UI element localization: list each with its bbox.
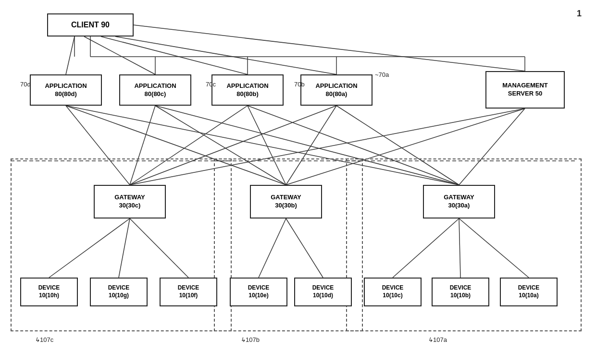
svg-line-2 [101, 36, 248, 74]
zone-107b-label: ↳107b [240, 336, 260, 343]
management-server-box: MANAGEMENTSERVER 50 [485, 71, 565, 109]
device-10f-box: DEVICE10(10f) [160, 278, 217, 306]
svg-line-0 [66, 36, 74, 74]
device-10h-label: DEVICE10(10h) [38, 284, 60, 299]
app-80c-box: APPLICATION80(80c) [119, 74, 191, 106]
app-80b-label: APPLICATION80(80b) [226, 82, 268, 98]
svg-line-1 [84, 36, 155, 74]
app-80b-box: APPLICATION80(80b) [211, 74, 284, 106]
ref-70c: 70c [206, 81, 216, 88]
ref-70d: 70d [20, 81, 31, 88]
svg-line-3 [115, 36, 336, 74]
device-10b-box: DEVICE10(10b) [432, 278, 489, 306]
device-10c-box: DEVICE10(10c) [364, 278, 422, 306]
device-10d-box: DEVICE10(10d) [294, 278, 352, 306]
diagram: 1 CLIENT 90 APPLICATION80(80d) 70d APPLI… [0, 0, 596, 364]
device-10h-box: DEVICE10(10h) [20, 278, 78, 306]
gateway-30b-label: GATEWAY30(30b) [271, 194, 301, 210]
device-10a-label: DEVICE10(10a) [518, 284, 540, 299]
gateway-30c-box: GATEWAY30(30c) [94, 185, 166, 218]
gateway-30b-box: GATEWAY30(30b) [250, 185, 322, 218]
app-80a-box: APPLICATION80(80a) [300, 74, 372, 106]
device-10e-label: DEVICE10(10e) [248, 284, 270, 299]
app-80d-box: APPLICATION80(80d) [30, 74, 102, 106]
gateway-30a-box: GATEWAY30(30a) [423, 185, 495, 218]
gateway-30c-label: GATEWAY30(30c) [114, 194, 145, 210]
device-10g-label: DEVICE10(10g) [108, 284, 130, 299]
device-10c-label: DEVICE10(10c) [382, 284, 404, 299]
svg-line-4 [134, 25, 525, 71]
device-10g-box: DEVICE10(10g) [90, 278, 148, 306]
client-label: CLIENT 90 [71, 20, 110, 30]
device-10d-label: DEVICE10(10d) [312, 284, 334, 299]
app-80a-label: APPLICATION80(80a) [315, 82, 357, 98]
zone-107a-label: ↳107a [428, 336, 447, 343]
management-server-label: MANAGEMENTSERVER 50 [502, 82, 548, 98]
zone-107c-label: ↳107c [35, 336, 53, 343]
app-80d-label: APPLICATION80(80d) [45, 82, 87, 98]
client-box: CLIENT 90 [47, 13, 134, 36]
gateway-30a-label: GATEWAY30(30a) [444, 194, 474, 210]
ref-70a: ~70a [375, 71, 389, 78]
device-10e-box: DEVICE10(10e) [230, 278, 287, 306]
ref-70b: 70b [294, 81, 305, 88]
device-10b-label: DEVICE10(10b) [450, 284, 472, 299]
device-10f-label: DEVICE10(10f) [178, 284, 199, 299]
app-80c-label: APPLICATION80(80c) [134, 82, 176, 98]
figure-number: 1 [577, 9, 582, 19]
device-10a-box: DEVICE10(10a) [500, 278, 558, 306]
